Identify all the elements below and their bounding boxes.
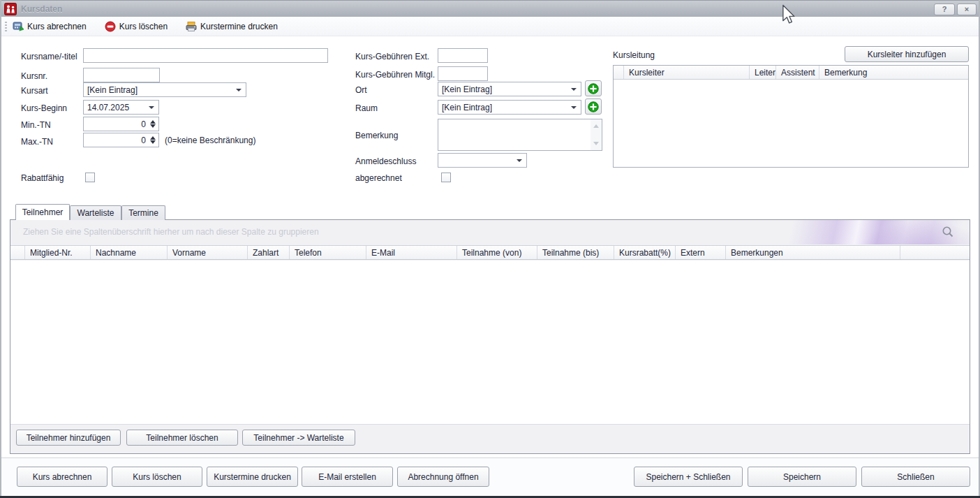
- column-header-leiter[interactable]: Leiter: [750, 66, 776, 79]
- add-circle-icon: [588, 101, 599, 112]
- column-header-zahlart[interactable]: Zahlart: [248, 246, 290, 259]
- column-header-nachname[interactable]: Nachname: [91, 246, 168, 259]
- kursleitung-label: Kursleitung: [613, 50, 655, 60]
- kursnr-input[interactable]: [83, 68, 160, 82]
- kursleitung-table[interactable]: Kursleiter Leiter Assistent Bemerkung: [613, 65, 969, 168]
- raum-add-button[interactable]: [585, 98, 602, 115]
- gebuehren-mitgl-input[interactable]: [438, 66, 488, 81]
- abgerechnet-checkbox[interactable]: [441, 173, 451, 182]
- column-header-mitglied-nr[interactable]: Mitglied-Nr.: [25, 246, 91, 259]
- column-header[interactable]: [10, 246, 25, 259]
- ort-dropdown[interactable]: [Kein Eintrag]: [438, 82, 581, 96]
- raum-value: [Kein Eintrag]: [442, 103, 492, 112]
- footer-kurs-loeschen-button[interactable]: Kurs löschen: [112, 467, 202, 487]
- schliessen-button[interactable]: Schließen: [861, 467, 970, 487]
- kursname-input[interactable]: [83, 48, 328, 63]
- spinner-down-icon[interactable]: [150, 124, 156, 128]
- abgerechnet-label: abgerechnet: [355, 173, 402, 183]
- column-header-bemerkungen[interactable]: Bemerkungen: [726, 246, 900, 259]
- kursart-value: [Kein Eintrag]: [87, 85, 138, 95]
- spinner-down-icon[interactable]: [150, 140, 156, 144]
- column-header-assistent[interactable]: Assistent: [776, 66, 819, 79]
- column-header-kursleiter[interactable]: Kursleiter: [624, 66, 750, 79]
- anmeldeschluss-label: Anmeldeschluss: [355, 156, 416, 166]
- kursbeginn-label: Kurs-Beginn: [21, 103, 67, 113]
- search-icon[interactable]: [942, 226, 954, 238]
- toolbar-kurstermine-drucken[interactable]: Kurstermine drucken: [186, 21, 278, 32]
- spinner-up-icon[interactable]: [150, 120, 156, 124]
- footer-kurs-abrechnen-button[interactable]: Kurs abrechnen: [17, 467, 107, 487]
- teilnehmer-table-body[interactable]: [10, 261, 970, 425]
- scroll-up-icon[interactable]: [593, 124, 599, 128]
- kursnr-label: Kursnr.: [21, 71, 47, 81]
- ort-add-button[interactable]: [585, 80, 602, 96]
- scroll-down-icon[interactable]: [593, 142, 599, 145]
- column-header-kursrabatt[interactable]: Kursrabatt(%): [614, 246, 676, 259]
- min-tn-stepper[interactable]: [83, 117, 159, 131]
- kursleiter-hinzufuegen-button[interactable]: Kursleiter hinzufügen: [845, 46, 969, 62]
- teilnehmer-hinzufuegen-button[interactable]: Teilnehmer hinzufügen: [16, 430, 121, 446]
- footer-email-erstellen-button[interactable]: E-Mail erstellen: [302, 467, 393, 487]
- kursnr-field-wrap: [83, 68, 160, 82]
- title-bar[interactable]: Kursdaten ? ×: [0, 0, 980, 17]
- toolbar-item-label: Kurstermine drucken: [200, 22, 278, 31]
- scrollbar-track[interactable]: [591, 119, 602, 150]
- speichern-button[interactable]: Speichern: [748, 467, 856, 487]
- toolbar-kurs-loeschen[interactable]: Kurs löschen: [105, 21, 168, 32]
- group-by-bar[interactable]: Ziehen Sie eine Spaltenüberschrift hierh…: [10, 220, 970, 244]
- teilnehmer-loeschen-button[interactable]: Teilnehmer löschen: [126, 430, 238, 446]
- bemerkung-textarea[interactable]: [438, 119, 591, 150]
- spinner-up-icon[interactable]: [150, 136, 156, 140]
- tab-warteliste[interactable]: Warteliste: [70, 205, 121, 220]
- print-dates-icon: [186, 21, 197, 32]
- column-header[interactable]: [900, 246, 970, 259]
- toolbar-kurs-abrechnen[interactable]: Kurs abrechnen: [13, 21, 87, 32]
- gebuehren-ext-label: Kurs-Gebühren Ext.: [355, 52, 429, 61]
- bemerkung-label: Bemerkung: [355, 131, 398, 140]
- close-button[interactable]: ×: [957, 3, 977, 15]
- min-tn-input[interactable]: [84, 117, 158, 131]
- anmeldeschluss-dropdown[interactable]: [438, 153, 527, 168]
- raum-dropdown[interactable]: [Kein Eintrag]: [438, 100, 581, 115]
- kursart-dropdown[interactable]: [Kein Eintrag]: [83, 82, 246, 97]
- max-tn-hint: (0=keine Beschränkung): [165, 136, 255, 145]
- ort-value: [Kein Eintrag]: [442, 85, 492, 94]
- max-tn-stepper[interactable]: [83, 133, 159, 147]
- rabattfaehig-checkbox[interactable]: [85, 173, 95, 182]
- footer-kurstermine-drucken-button[interactable]: Kurstermine drucken: [207, 467, 298, 487]
- toolbar-item-label: Kurs löschen: [119, 22, 168, 31]
- column-header-telefon[interactable]: Telefon: [290, 246, 366, 259]
- column-header-email[interactable]: E-Mail: [366, 246, 457, 259]
- column-header-bemerkung[interactable]: Bemerkung: [819, 66, 968, 79]
- kursbeginn-value: 14.07.2025: [87, 103, 129, 112]
- speichern-schliessen-button[interactable]: Speichern + Schließen: [634, 467, 743, 487]
- kursbeginn-datepicker[interactable]: 14.07.2025: [83, 100, 159, 115]
- app-logo-icon: [4, 3, 17, 15]
- rabattfaehig-label: Rabattfähig: [21, 173, 64, 183]
- kursname-field-wrap: [83, 48, 328, 63]
- column-header-extern[interactable]: Extern: [676, 246, 726, 259]
- invoice-course-icon: [13, 21, 24, 32]
- add-circle-icon: [588, 83, 599, 94]
- column-header-teilnahme-von[interactable]: Teilnahme (von): [457, 246, 537, 259]
- window-title: Kursdaten: [21, 4, 62, 14]
- gebuehren-mitgl-label: Kurs-Gebühren Mitgl.: [355, 70, 435, 80]
- toolbar-grip[interactable]: [5, 22, 7, 32]
- max-tn-input[interactable]: [84, 133, 158, 147]
- chevron-down-icon: [517, 159, 522, 162]
- teilnehmer-zu-warteliste-button[interactable]: Teilnehmer -> Warteliste: [242, 430, 355, 446]
- decorative-swirl: [753, 220, 970, 244]
- footer-abrechnung-oeffnen-button[interactable]: Abrechnung öffnen: [397, 467, 489, 487]
- help-button[interactable]: ?: [934, 3, 955, 15]
- column-header-vorname[interactable]: Vorname: [168, 246, 248, 259]
- gebuehren-ext-wrap: [438, 48, 488, 63]
- tab-teilnehmer[interactable]: Teilnehmer: [15, 204, 70, 220]
- tab-termine[interactable]: Termine: [121, 205, 165, 220]
- gebuehren-ext-input[interactable]: [438, 48, 488, 63]
- kursdaten-window: Kursdaten ? × Kurs abrechnen Kurs lösche…: [0, 0, 980, 498]
- footer-bar: Kurs abrechnen Kurs löschen Kurstermine …: [1, 457, 979, 496]
- column-header[interactable]: [614, 66, 624, 79]
- window-border-left: [0, 0, 1, 498]
- raum-label: Raum: [355, 103, 378, 113]
- column-header-teilnahme-bis[interactable]: Teilnahme (bis): [537, 246, 614, 259]
